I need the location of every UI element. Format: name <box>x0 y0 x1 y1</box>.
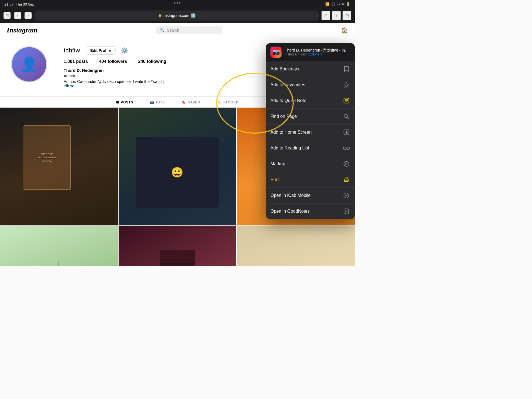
browser-dots <box>174 2 181 4</box>
dot-1 <box>174 2 176 4</box>
svg-text:W: W <box>345 195 347 197</box>
dot-3 <box>179 2 181 4</box>
menu-item-open-goodnotes[interactable]: Open in GoodNotes <box>266 204 355 219</box>
lock-icon: 🔒 <box>158 14 162 17</box>
plus-square-icon <box>342 128 350 136</box>
share-title: Thord D. Hedengren (@tdhftw) • Instag... <box>285 48 350 52</box>
glasses-icon <box>342 144 350 152</box>
menu-item-find-on-page[interactable]: Find on Page <box>266 109 355 124</box>
tagged-tab-icon: 🏷️ <box>217 100 221 104</box>
share-app-icon: 📷 <box>270 47 282 58</box>
photo-cell-1[interactable]: JIM BEAMKENTUCKY STRAIGHTBOURBON <box>0 108 118 225</box>
svg-line-6 <box>347 117 349 119</box>
search-box[interactable]: 🔍 Search <box>156 26 222 34</box>
add-quick-note-label: Add to Quick Note <box>270 98 306 103</box>
tab-igtv[interactable]: 📺 IGTV <box>142 97 173 108</box>
home-indicator <box>161 263 194 265</box>
following-count: 240 <box>138 59 146 64</box>
following-label: following <box>147 59 166 64</box>
username: tdhftw <box>64 47 80 54</box>
profile-avatar: 👤 <box>11 46 47 82</box>
posts-stat: 1,001 posts <box>64 59 88 64</box>
avatar-image: 👤 <box>12 47 46 82</box>
markup-label: Markup <box>270 161 285 166</box>
photo-cell-4[interactable] <box>0 226 118 266</box>
posts-count: 1,001 <box>64 59 75 64</box>
tabs-button[interactable]: ⊞ <box>342 11 351 20</box>
back-icon: ‹ <box>17 13 18 18</box>
options-link[interactable]: Options > <box>308 52 322 56</box>
share-icon: ⎙ <box>324 13 327 18</box>
tabs-icon: ⊞ <box>345 13 349 18</box>
tab-saved[interactable]: 🔖 SAVED <box>173 97 208 108</box>
search-placeholder: Search <box>167 28 179 32</box>
headphones-icon: 🎧 <box>331 2 335 6</box>
menu-item-add-home-screen[interactable]: Add to Home Screen <box>266 124 355 140</box>
photo-cell-2[interactable]: 😀 <box>119 108 236 225</box>
star-icon <box>342 81 350 89</box>
svg-rect-20 <box>345 180 348 182</box>
bio-link[interactable]: tdh.se <box>64 84 74 88</box>
share-panel-header: 📷 Thord D. Hedengren (@tdhftw) • Instag.… <box>266 43 355 61</box>
instagram-header: Instagram 🔍 Search 🏠 <box>0 23 355 38</box>
saved-tab-label: SAVED <box>188 100 200 104</box>
svg-point-10 <box>343 147 346 150</box>
share-subtitle: instagram.com Options > <box>285 52 350 56</box>
menu-item-add-favourites[interactable]: Add to Favourites <box>266 77 355 93</box>
forward-icon: › <box>27 13 29 18</box>
find-on-page-label: Find on Page <box>270 114 297 119</box>
followers-stat[interactable]: 404 followers <box>99 59 127 64</box>
tab-tagged[interactable]: 🏷️ TAGGED <box>209 97 247 108</box>
menu-item-print[interactable]: Print <box>266 172 355 188</box>
menu-item-reading-list[interactable]: Add to Reading List <box>266 140 355 156</box>
battery-display: 77 % <box>337 2 344 6</box>
browser-chrome: ⊟ ‹ › 🔒 instagram.com ℹ️ ⎙ ＋ ⊞ <box>0 8 355 23</box>
add-bookmark-label: Add Bookmark <box>270 67 300 72</box>
bio-text: Author. Co-founder @divideconquer.se. I … <box>64 79 165 84</box>
sidebar-button[interactable]: ⊟ <box>3 12 11 19</box>
menu-item-add-quick-note[interactable]: Add to Quick Note <box>266 93 355 109</box>
svg-line-13 <box>343 147 343 148</box>
status-left: 21:57 Thu 30 Sep <box>4 2 34 6</box>
url-bar[interactable]: 🔒 instagram.com ℹ️ <box>35 11 319 21</box>
open-goodnotes-label: Open in GoodNotes <box>270 209 310 214</box>
open-icab-label: Open in iCab Mobile <box>270 193 311 198</box>
tab-posts[interactable]: ⊞ POSTS <box>108 97 142 108</box>
add-home-screen-label: Add to Home Screen <box>270 130 312 135</box>
dot-2 <box>177 2 178 4</box>
posts-tab-label: POSTS <box>121 100 134 104</box>
quick-note-icon <box>342 97 350 105</box>
wifi-icon: 📶 <box>325 2 329 6</box>
printer-icon <box>342 176 350 184</box>
markup-icon <box>342 160 350 168</box>
photo-cell-6[interactable] <box>237 226 355 266</box>
new-tab-button[interactable]: ＋ <box>332 11 341 20</box>
menu-item-open-icab[interactable]: Open in iCab Mobile W <box>266 188 355 204</box>
share-button[interactable]: ⎙ <box>321 11 330 20</box>
followers-count: 404 <box>99 59 106 64</box>
header-icons: 🏠 <box>341 27 348 34</box>
instagram-page: Instagram 🔍 Search 🏠 👤 tdhftw Edit Profi… <box>0 23 355 266</box>
url-text: instagram.com <box>164 13 189 18</box>
igtv-tab-label: IGTV <box>156 100 165 104</box>
add-reading-list-label: Add to Reading List <box>270 146 309 151</box>
date-display: Thu 30 Sep <box>16 2 34 6</box>
instagram-logo: Instagram <box>7 26 37 34</box>
svg-rect-19 <box>345 177 348 179</box>
settings-icon[interactable]: ⚙️ <box>121 47 128 54</box>
followers-label: followers <box>108 59 127 64</box>
back-button[interactable]: ‹ <box>14 12 22 19</box>
share-panel: 📷 Thord D. Hedengren (@tdhftw) • Instag.… <box>266 43 355 219</box>
menu-item-add-bookmark[interactable]: Add Bookmark <box>266 61 355 77</box>
home-icon[interactable]: 🏠 <box>341 27 348 34</box>
menu-item-markup[interactable]: Markup <box>266 156 355 172</box>
photo-cell-5[interactable] <box>119 226 236 266</box>
search-icon-menu <box>342 113 350 120</box>
forward-button[interactable]: › <box>24 12 32 19</box>
share-title-block: Thord D. Hedengren (@tdhftw) • Instag...… <box>285 48 350 56</box>
following-stat[interactable]: 240 following <box>138 59 166 64</box>
edit-profile-button[interactable]: Edit Profile <box>86 46 116 55</box>
posts-label: posts <box>76 59 88 64</box>
share-domain: instagram.com <box>285 52 307 56</box>
instagram-icon: 📷 <box>272 49 280 56</box>
